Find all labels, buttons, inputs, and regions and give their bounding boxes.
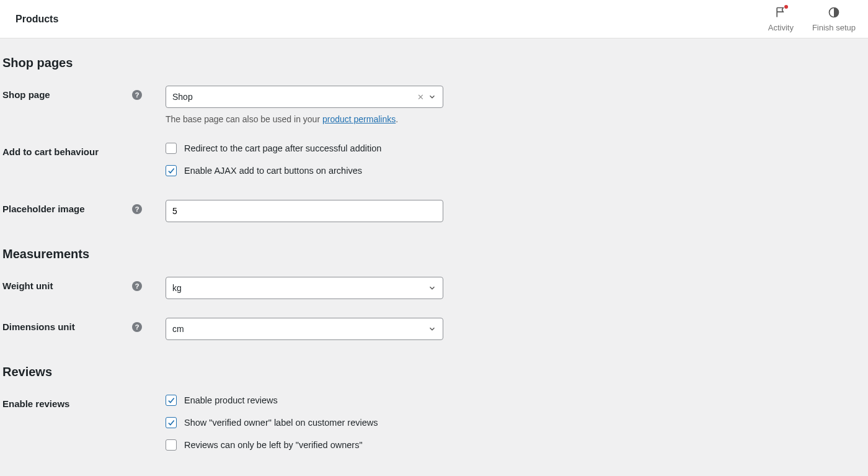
row-shop-page: Shop page ? Shop ✕ The base page can als… xyxy=(2,86,866,124)
shop-page-label: Shop page xyxy=(2,89,50,100)
help-icon[interactable]: ? xyxy=(132,281,142,291)
flag-icon xyxy=(774,6,787,20)
helper-suffix: . xyxy=(396,114,398,124)
field-col: Enable product reviews Show "verified ow… xyxy=(149,395,378,462)
product-reviews-option: Enable product reviews xyxy=(166,395,378,406)
label-col: Weight unit ? xyxy=(2,277,149,291)
activity-label: Activity xyxy=(768,23,794,32)
field-col: kg xyxy=(149,277,447,299)
product-permalinks-link[interactable]: product permalinks xyxy=(322,114,396,124)
finish-setup-label: Finish setup xyxy=(812,23,856,32)
helper-prefix: The base page can also be used in your xyxy=(166,114,322,124)
section-shop-pages: Shop pages xyxy=(2,56,866,70)
row-weight-unit: Weight unit ? kg xyxy=(2,277,866,299)
chevron-down-icon xyxy=(428,284,436,292)
field-col xyxy=(149,200,447,222)
verified-only-checkbox[interactable] xyxy=(166,439,177,451)
dimensions-unit-label: Dimensions unit xyxy=(2,321,75,332)
ajax-label: Enable AJAX add to cart buttons on archi… xyxy=(184,166,362,176)
product-reviews-checkbox[interactable] xyxy=(166,395,177,406)
chevron-down-icon xyxy=(428,325,436,333)
verified-only-option: Reviews can only be left by "verified ow… xyxy=(166,439,378,451)
row-placeholder-image: Placeholder image ? xyxy=(2,200,866,222)
half-circle-icon xyxy=(828,6,840,20)
placeholder-image-input[interactable] xyxy=(166,200,443,222)
placeholder-image-label: Placeholder image xyxy=(2,204,85,214)
top-bar: Products Activity Finish setup xyxy=(0,0,868,38)
finish-setup-button[interactable]: Finish setup xyxy=(812,6,856,32)
section-reviews: Reviews xyxy=(2,365,866,379)
chevron-down-icon[interactable] xyxy=(428,92,436,101)
verified-label-checkbox[interactable] xyxy=(166,417,177,428)
weight-unit-label: Weight unit xyxy=(2,281,53,291)
help-icon[interactable]: ? xyxy=(132,204,142,214)
help-icon[interactable]: ? xyxy=(132,322,142,332)
verified-label-option: Show "verified owner" label on customer … xyxy=(166,417,378,428)
shop-page-helper: The base page can also be used in your p… xyxy=(166,114,447,124)
content: Shop pages Shop page ? Shop ✕ The base p… xyxy=(0,38,868,476)
help-icon[interactable]: ? xyxy=(132,90,142,100)
weight-unit-value: kg xyxy=(172,283,428,293)
redirect-label: Redirect to the cart page after successf… xyxy=(184,143,381,153)
field-col: Redirect to the cart page after successf… xyxy=(149,143,381,187)
notification-dot-icon xyxy=(784,5,788,9)
dimensions-unit-value: cm xyxy=(172,324,428,334)
dimensions-unit-select[interactable]: cm xyxy=(166,318,443,340)
topbar-actions: Activity Finish setup xyxy=(768,6,856,32)
label-col: Dimensions unit ? xyxy=(2,318,149,332)
page-title: Products xyxy=(12,14,58,25)
field-col: cm xyxy=(149,318,447,340)
section-measurements: Measurements xyxy=(2,247,866,261)
ajax-checkbox[interactable] xyxy=(166,165,177,176)
row-enable-reviews: Enable reviews Enable product reviews Sh… xyxy=(2,395,866,462)
product-reviews-label: Enable product reviews xyxy=(184,395,278,405)
verified-only-label: Reviews can only be left by "verified ow… xyxy=(184,440,363,450)
row-add-to-cart: Add to cart behaviour Redirect to the ca… xyxy=(2,143,866,187)
add-to-cart-label: Add to cart behaviour xyxy=(2,146,99,157)
enable-reviews-label: Enable reviews xyxy=(2,398,69,409)
shop-page-value: Shop xyxy=(172,92,417,102)
clear-icon[interactable]: ✕ xyxy=(417,92,424,102)
label-col: Placeholder image ? xyxy=(2,200,149,214)
label-col: Shop page ? xyxy=(2,86,149,100)
activity-button[interactable]: Activity xyxy=(768,6,794,32)
redirect-checkbox[interactable] xyxy=(166,143,177,154)
redirect-option: Redirect to the cart page after successf… xyxy=(166,143,381,154)
shop-page-select[interactable]: Shop ✕ xyxy=(166,86,443,108)
weight-unit-select[interactable]: kg xyxy=(166,277,443,299)
row-dimensions-unit: Dimensions unit ? cm xyxy=(2,318,866,340)
field-col: Shop ✕ The base page can also be used in… xyxy=(149,86,447,124)
verified-label-label: Show "verified owner" label on customer … xyxy=(184,418,378,428)
label-col: Add to cart behaviour xyxy=(2,143,149,157)
label-col: Enable reviews xyxy=(2,395,149,409)
ajax-option: Enable AJAX add to cart buttons on archi… xyxy=(166,165,381,176)
